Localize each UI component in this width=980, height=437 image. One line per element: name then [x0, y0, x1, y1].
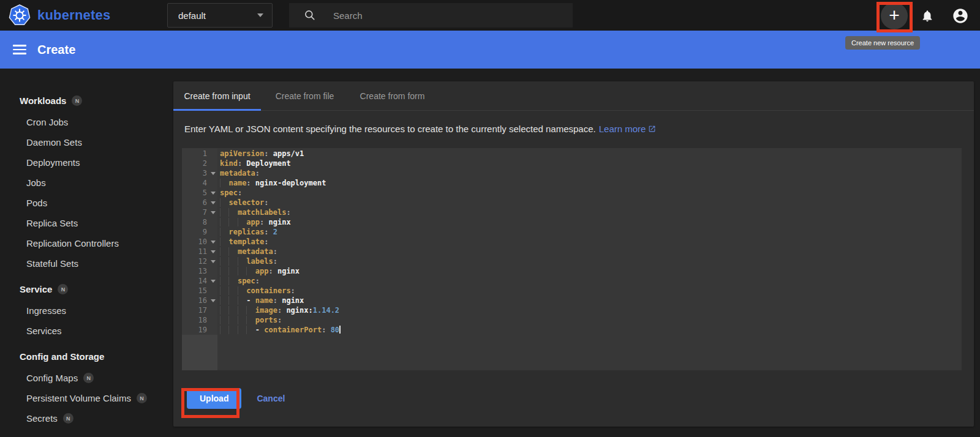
- fold-toggle-icon[interactable]: [211, 201, 216, 204]
- sidebar-nav: WorkloadsNCron JobsDaemon SetsDeployment…: [0, 69, 173, 437]
- sidebar-label: Services: [26, 326, 62, 336]
- line-number: 6: [182, 198, 217, 207]
- search-bar: [289, 3, 573, 28]
- tab-create-from-input[interactable]: Create from input: [173, 81, 261, 110]
- sidebar-label: Jobs: [26, 177, 46, 188]
- create-new-resource-button[interactable]: +: [881, 2, 908, 29]
- code-line: template:: [220, 237, 962, 247]
- account-icon: [952, 7, 969, 24]
- sidebar-section-config-and-storage[interactable]: Config and Storage: [0, 346, 173, 367]
- fold-toggle-icon[interactable]: [211, 299, 216, 302]
- fold-toggle-icon[interactable]: [211, 192, 216, 195]
- line-number: 4: [182, 178, 217, 188]
- line-number: 17: [182, 305, 217, 315]
- namespace-select[interactable]: default: [167, 3, 273, 28]
- sidebar-label: Replica Sets: [26, 218, 78, 228]
- line-number: 3: [182, 168, 217, 178]
- code-line: app: nginx: [220, 217, 962, 227]
- fold-toggle-icon[interactable]: [211, 250, 216, 253]
- code-line: image: nginx:1.14.2: [220, 305, 962, 315]
- editor-gutter-rows: 12345678910111213141516171819: [182, 148, 217, 335]
- account-button[interactable]: [947, 2, 974, 29]
- plus-icon: +: [889, 3, 900, 28]
- sidebar-section-service[interactable]: ServiceN: [0, 279, 173, 299]
- form-actions: Upload Cancel: [187, 388, 974, 409]
- line-number: 16: [182, 296, 217, 305]
- text-cursor: [339, 326, 341, 334]
- app-bar: Create: [0, 31, 980, 69]
- sidebar-label: Cron Jobs: [26, 117, 68, 127]
- sidebar-label: Replication Controllers: [26, 238, 119, 248]
- create-description: Enter YAML or JSON content specifying th…: [184, 124, 974, 134]
- namespaced-badge: N: [83, 373, 94, 383]
- sidebar-item-stateful-sets[interactable]: Stateful Sets: [0, 253, 173, 274]
- kubernetes-dashboard: kubernetes default +: [0, 0, 980, 437]
- code-line: selector:: [220, 198, 962, 207]
- create-tooltip: Create new resource: [845, 36, 920, 50]
- tab-create-from-file[interactable]: Create from file: [261, 81, 349, 110]
- sidebar-item-services[interactable]: Services: [0, 321, 173, 341]
- tab-create-from-form[interactable]: Create from form: [349, 81, 436, 110]
- brand[interactable]: kubernetes: [9, 4, 110, 26]
- code-line: apiVersion: apps/v1: [220, 149, 962, 159]
- sidebar-item-cron-jobs[interactable]: Cron Jobs: [0, 112, 173, 132]
- code-line: spec:: [220, 276, 962, 286]
- menu-button[interactable]: [13, 42, 26, 57]
- code-line: spec:: [220, 188, 962, 198]
- sidebar-item-replica-sets[interactable]: Replica Sets: [0, 213, 173, 233]
- line-number: 15: [182, 286, 217, 296]
- code-line: matchLabels:: [220, 207, 962, 217]
- kubernetes-logo-icon: [9, 4, 31, 26]
- sidebar-item-daemon-sets[interactable]: Daemon Sets: [0, 132, 173, 152]
- fold-toggle-icon[interactable]: [211, 211, 216, 214]
- sidebar-label: Workloads: [20, 95, 66, 106]
- bell-icon: [921, 9, 934, 23]
- code-line: replicas: 2: [220, 227, 962, 237]
- line-number: 9: [182, 227, 217, 237]
- sidebar-item-persistent-volume-claims[interactable]: Persistent Volume ClaimsN: [0, 388, 173, 408]
- line-number: 18: [182, 315, 217, 325]
- yaml-editor[interactable]: 12345678910111213141516171819 apiVersion…: [182, 148, 962, 370]
- sidebar-label: Secrets: [26, 413, 58, 424]
- code-line: metadata:: [220, 168, 962, 178]
- sidebar-label: Service: [20, 284, 52, 294]
- fold-toggle-icon[interactable]: [211, 241, 216, 244]
- code-line: - containerPort: 80: [220, 325, 962, 335]
- search-input[interactable]: [333, 10, 535, 21]
- notifications-button[interactable]: [914, 2, 941, 29]
- sidebar-item-jobs[interactable]: Jobs: [0, 173, 173, 193]
- sidebar-label: Stateful Sets: [26, 258, 78, 269]
- code-line: ports:: [220, 315, 962, 325]
- sidebar-item-ingresses[interactable]: Ingresses: [0, 301, 173, 321]
- upload-button[interactable]: Upload: [187, 388, 241, 409]
- namespace-selected-value: default: [178, 10, 206, 21]
- code-line: kind: Deployment: [220, 159, 962, 168]
- sidebar-item-replication-controllers[interactable]: Replication Controllers: [0, 233, 173, 253]
- namespaced-badge: N: [137, 393, 147, 403]
- fold-toggle-icon[interactable]: [211, 260, 216, 263]
- sidebar-item-secrets[interactable]: SecretsN: [0, 408, 173, 428]
- sidebar-label: Config Maps: [26, 373, 78, 383]
- page-title: Create: [37, 43, 75, 57]
- line-number: 10: [182, 237, 217, 247]
- sidebar-item-deployments[interactable]: Deployments: [0, 152, 173, 173]
- sidebar-label: Ingresses: [26, 305, 66, 316]
- line-number: 14: [182, 276, 217, 286]
- sidebar-label: Daemon Sets: [26, 137, 82, 148]
- code-line: - name: nginx: [220, 296, 962, 305]
- line-number: 8: [182, 217, 217, 227]
- code-line: metadata:: [220, 247, 962, 256]
- sidebar-item-config-maps[interactable]: Config MapsN: [0, 368, 173, 388]
- learn-more-link[interactable]: Learn more: [599, 124, 657, 134]
- fold-toggle-icon[interactable]: [211, 172, 216, 175]
- top-bar: kubernetes default +: [0, 0, 980, 31]
- sidebar-section-workloads[interactable]: WorkloadsN: [0, 91, 173, 111]
- cancel-button[interactable]: Cancel: [257, 394, 285, 403]
- fold-toggle-icon[interactable]: [211, 280, 216, 283]
- line-number: 1: [182, 149, 217, 159]
- chevron-down-icon: [257, 13, 263, 17]
- namespaced-badge: N: [58, 284, 68, 294]
- line-number: 12: [182, 256, 217, 266]
- sidebar-item-pods[interactable]: Pods: [0, 193, 173, 213]
- namespaced-badge: N: [63, 413, 74, 424]
